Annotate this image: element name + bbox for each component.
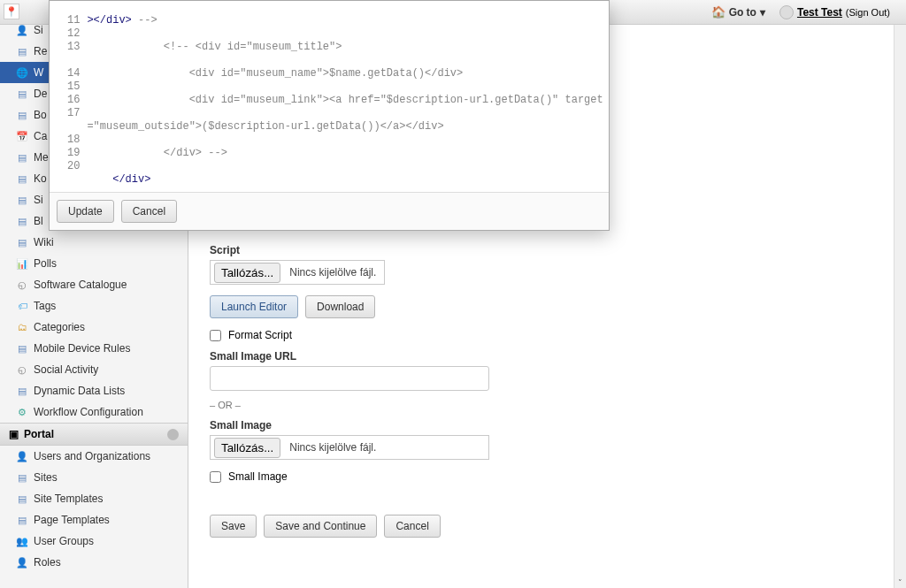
code-area[interactable]: 11 12 13 14 15 16 17 18 19 20 ></div> --… — [50, 1, 609, 192]
scroll-down-arrow[interactable]: ˅ — [894, 577, 906, 588]
sidebar-item-workflow[interactable]: ⚙Workflow Configuration — [0, 401, 188, 423]
user-area: Test Test (Sign Out) — [779, 5, 890, 19]
avatar — [779, 5, 794, 19]
cancel-button[interactable]: Cancel — [384, 515, 440, 538]
small-image-url-label: Small Image URL — [210, 350, 906, 363]
message-icon: ▤ — [16, 151, 28, 164]
doc-icon: ▤ — [16, 88, 28, 100]
calendar-icon: 📅 — [16, 130, 28, 142]
globe-icon: 🌐 — [16, 66, 28, 79]
go-to-menu[interactable]: 🏠 Go to ▾ — [711, 5, 765, 19]
pin-icon[interactable]: 📍 — [4, 4, 19, 19]
small-image-checkbox[interactable] — [210, 471, 221, 483]
sidebar-item-label: Software Catalogue — [34, 279, 127, 291]
page-icon: ▤ — [16, 194, 28, 206]
sidebar-item-polls[interactable]: 📊Polls — [0, 253, 188, 274]
data-list-icon: ▤ — [16, 385, 28, 397]
sidebar-item-label: Bl — [34, 215, 43, 227]
sidebar-item-categories[interactable]: 🗂Categories — [0, 317, 188, 338]
download-button[interactable]: Download — [305, 295, 375, 318]
sidebar-item-wiki[interactable]: ▤Wiki — [0, 232, 188, 253]
group-icon: 👥 — [16, 535, 28, 547]
or-divider: – OR – — [210, 400, 906, 410]
workflow-icon: ⚙ — [16, 406, 28, 418]
chevron-down-icon: ▾ — [760, 6, 765, 19]
no-file-text: Nincs kijelölve fájl. — [284, 266, 376, 279]
sidebar-item-label: Si — [34, 24, 43, 36]
sidebar-item-label: Ca — [34, 130, 47, 142]
template-icon: ▤ — [16, 514, 28, 526]
save-continue-button[interactable]: Save and Continue — [264, 515, 377, 538]
template-icon: ▤ — [16, 493, 28, 505]
browse-button[interactable]: Tallózás... — [214, 263, 280, 283]
sign-out-link[interactable]: (Sign Out) — [846, 7, 890, 18]
go-to-label: Go to — [729, 6, 756, 19]
save-button[interactable]: Save — [210, 515, 257, 538]
sidebar-item-roles[interactable]: 👤Roles — [0, 552, 188, 573]
sidebar-item-site-templates[interactable]: ▤Site Templates — [0, 488, 188, 509]
right-scrollbar[interactable]: ˄ ˅ — [894, 0, 906, 588]
folder-icon: 🗂 — [16, 321, 28, 333]
sidebar-item-label: Users and Organizations — [34, 450, 150, 462]
social-icon: ◵ — [16, 363, 28, 376]
format-script-label: Format Script — [228, 329, 292, 341]
mobile-icon: ▤ — [16, 342, 28, 355]
sidebar-item-label: Social Activity — [34, 363, 98, 376]
sidebar-item-label: Roles — [34, 556, 61, 569]
sidebar-item-ddl[interactable]: ▤Dynamic Data Lists — [0, 380, 188, 401]
sidebar-item-user-groups[interactable]: 👥User Groups — [0, 531, 188, 552]
format-script-row[interactable]: Format Script — [210, 329, 906, 341]
code-editor-modal: 11 12 13 14 15 16 17 18 19 20 ></div> --… — [49, 0, 610, 231]
sidebar-item-label: Polls — [34, 257, 57, 270]
page-icon: ▤ — [16, 45, 28, 57]
sidebar-item-sites[interactable]: ▤Sites — [0, 467, 188, 488]
small-image-label: Small Image — [210, 419, 906, 431]
sidebar-item-label: Dynamic Data Lists — [34, 385, 125, 397]
script-file-row: Tallózás... Nincs kijelölve fájl. — [210, 260, 385, 285]
small-image-checkbox-label: Small Image — [228, 470, 288, 483]
sidebar-item-label: Categories — [34, 321, 85, 333]
section-icon: ▣ — [9, 428, 19, 440]
update-button[interactable]: Update — [57, 200, 114, 223]
code-lines[interactable]: ></div> --> <!-- <div id="museum_title">… — [87, 1, 609, 192]
sidebar-item-label: Wiki — [34, 236, 54, 248]
sidebar-item-social[interactable]: ◵Social Activity — [0, 359, 188, 380]
format-script-checkbox[interactable] — [210, 330, 221, 341]
sidebar-item-software[interactable]: ◵Software Catalogue — [0, 274, 188, 295]
sidebar-item-users[interactable]: 👤Users and Organizations — [0, 446, 188, 467]
sidebar-item-label: Me — [34, 151, 49, 164]
collapse-icon[interactable] — [167, 429, 179, 440]
small-image-file-row: Tallózás... Nincs kijelölve fájl. — [210, 435, 489, 460]
wiki-icon: ▤ — [16, 236, 28, 248]
bookmark-icon: ▤ — [16, 109, 28, 121]
user-name-link[interactable]: Test Test — [797, 6, 842, 19]
sidebar-item-label: Site Templates — [34, 493, 104, 505]
browse-button[interactable]: Tallózás... — [214, 438, 280, 458]
sidebar-item-label: Sites — [34, 471, 58, 484]
line-gutter: 11 12 13 14 15 16 17 18 19 20 — [50, 1, 87, 192]
sidebar-item-label: Ko — [34, 172, 47, 185]
sidebar-item-label: Tags — [34, 300, 56, 312]
home-icon: 🏠 — [711, 5, 726, 19]
user-icon: 👤 — [16, 450, 28, 462]
user-icon: 👤 — [16, 24, 28, 36]
sidebar-item-label: Bo — [34, 109, 47, 121]
small-image-url-input[interactable] — [210, 366, 489, 391]
tag-icon: 🏷 — [16, 300, 28, 312]
no-file-text: Nincs kijelölve fájl. — [284, 441, 376, 454]
small-image-checkbox-row[interactable]: Small Image — [210, 470, 906, 483]
sidebar-item-label: W — [34, 66, 43, 79]
sidebar-item-label: User Groups — [34, 535, 94, 547]
modal-footer: Update Cancel — [50, 192, 609, 230]
sidebar-item-mobile[interactable]: ▤Mobile Device Rules — [0, 338, 188, 359]
sidebar-item-label: Page Templates — [34, 514, 110, 526]
sidebar-item-tags[interactable]: 🏷Tags — [0, 295, 188, 317]
launch-editor-button[interactable]: Launch Editor — [210, 295, 298, 318]
cancel-button[interactable]: Cancel — [121, 200, 177, 223]
section-label: Portal — [24, 428, 54, 440]
sites-icon: ▤ — [16, 471, 28, 484]
script-label: Script — [210, 244, 906, 256]
sidebar-section-portal[interactable]: ▣Portal — [0, 423, 188, 446]
sidebar-item-page-templates[interactable]: ▤Page Templates — [0, 509, 188, 531]
sidebar-item-label: Mobile Device Rules — [34, 342, 130, 355]
